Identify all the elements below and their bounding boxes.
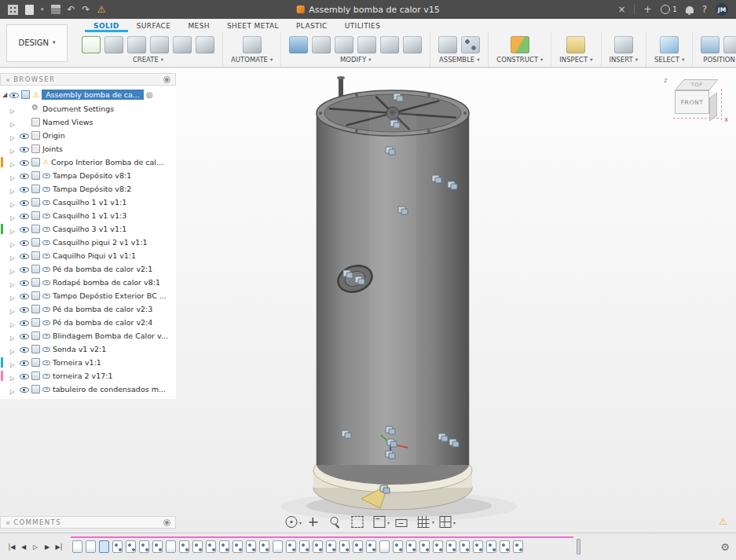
- browser-tree-item[interactable]: Casquilho 1 v1 v1:1: [0, 196, 176, 209]
- visibility-eye-icon[interactable]: [20, 145, 29, 153]
- tool-icon[interactable]: [150, 36, 169, 53]
- visibility-eye-icon[interactable]: [20, 372, 29, 380]
- tree-item-label[interactable]: Pé da bomba de calor v2:3: [53, 305, 152, 313]
- visibility-eye-icon[interactable]: [20, 238, 29, 247]
- document-warning-icon[interactable]: ⚠: [97, 5, 106, 14]
- timeline-feature-icon[interactable]: [326, 540, 336, 553]
- view-cube[interactable]: TOP FRONT Z X: [664, 78, 723, 126]
- timeline-feature-icon[interactable]: [219, 540, 229, 553]
- group-dropdown-label[interactable]: INSPECT: [559, 56, 592, 64]
- timeline-feature-icon[interactable]: [99, 540, 109, 553]
- browser-tree-item[interactable]: Casquilho 1 v1 v1:3: [0, 209, 176, 222]
- tool-icon[interactable]: [173, 36, 192, 53]
- visibility-eye-icon[interactable]: [20, 131, 29, 140]
- tree-item-label[interactable]: Tampo Depóstio Exterior BC ...: [53, 291, 167, 300]
- playback-control-button[interactable]: |◀: [6, 541, 17, 552]
- visibility-eye-icon[interactable]: [20, 198, 29, 207]
- tool-icon[interactable]: [196, 36, 214, 53]
- timeline-feature-icon[interactable]: [473, 540, 483, 553]
- timeline-feature-icon[interactable]: [166, 540, 176, 553]
- browser-tree-item[interactable]: Sonda v1 v2:1: [0, 342, 176, 356]
- tool-icon[interactable]: [438, 36, 457, 53]
- nav-tool-button[interactable]: [417, 516, 429, 528]
- root-label[interactable]: Assembly bomba de ca...: [42, 90, 144, 100]
- browser-tree-item[interactable]: Rodapé bomba de calor v8:1: [0, 276, 176, 289]
- timeline-feature-icon[interactable]: [86, 540, 96, 553]
- timeline-feature-icon[interactable]: [513, 540, 523, 553]
- tool-icon[interactable]: [511, 36, 529, 53]
- visibility-eye-icon[interactable]: [20, 171, 29, 180]
- tool-icon[interactable]: [312, 36, 331, 53]
- timeline-feature-icon[interactable]: [419, 540, 430, 553]
- canvas-warning-icon[interactable]: ⚠: [719, 516, 727, 527]
- toolbar-tab[interactable]: MESH: [179, 19, 218, 32]
- viewcube-top-face[interactable]: TOP: [675, 79, 719, 90]
- undo-icon[interactable]: ↶: [68, 5, 75, 14]
- browser-tree-item[interactable]: Joints: [0, 142, 176, 156]
- timeline-feature-icon[interactable]: [406, 540, 416, 553]
- playback-control-button[interactable]: ▶|: [53, 541, 64, 552]
- tree-item-label[interactable]: Casquilho 1 v1 v1:3: [53, 211, 126, 220]
- file-menu-caret-icon[interactable]: ▾: [41, 7, 44, 13]
- browser-tree-item[interactable]: Named Views: [0, 115, 176, 129]
- visibility-eye-icon[interactable]: [20, 278, 29, 287]
- tool-icon[interactable]: [104, 36, 123, 53]
- timeline-feature-icon[interactable]: [72, 540, 82, 553]
- timeline-feature-icon[interactable]: [206, 540, 216, 553]
- tool-icon[interactable]: [403, 36, 422, 53]
- comments-options-icon[interactable]: [163, 519, 170, 526]
- visibility-eye-icon[interactable]: [20, 225, 29, 233]
- browser-tree-item[interactable]: torneira 2 v17:1: [0, 369, 176, 382]
- visibility-eye-icon[interactable]: [20, 345, 29, 353]
- timeline-feature-icon[interactable]: [486, 540, 496, 553]
- tree-item-label[interactable]: Torneira v1:1: [53, 358, 101, 367]
- toolbar-tab[interactable]: SURFACE: [128, 19, 180, 32]
- browser-tree-item[interactable]: Casquilho piqui 2 v1 v1:1: [0, 236, 176, 249]
- timeline-feature-icon[interactable]: [259, 540, 269, 553]
- activate-component-icon[interactable]: ◎: [146, 90, 153, 99]
- root-expand-icon[interactable]: ◢: [2, 91, 7, 98]
- nav-tool-button[interactable]: [351, 516, 363, 528]
- tool-icon[interactable]: [127, 36, 146, 53]
- save-icon[interactable]: [51, 5, 60, 14]
- timeline-feature-icon[interactable]: [313, 540, 323, 553]
- redo-icon[interactable]: ↷: [82, 5, 90, 14]
- visibility-eye-icon[interactable]: [20, 358, 29, 367]
- extensions-plus-icon[interactable]: +: [643, 5, 651, 14]
- timeline-feature-icon[interactable]: [460, 540, 470, 553]
- browser-tree-item[interactable]: Pé da bomba de calor v2:1: [0, 262, 176, 276]
- timeline-feature-icon[interactable]: [286, 540, 296, 553]
- browser-tree-item[interactable]: Casquilho 3 v1 v1:1: [0, 222, 176, 236]
- file-menu-icon[interactable]: [25, 5, 34, 15]
- tool-icon[interactable]: [566, 36, 585, 53]
- playback-control-button[interactable]: ▷: [30, 541, 41, 552]
- visibility-eye-icon[interactable]: [20, 331, 29, 340]
- nav-tool-button[interactable]: [285, 516, 297, 528]
- timeline-feature-icon[interactable]: [152, 540, 163, 553]
- tool-icon[interactable]: [380, 36, 399, 53]
- browser-tree-item[interactable]: Blindagem Bomba de Calor v...: [0, 329, 176, 342]
- playback-control-button[interactable]: ◀: [18, 541, 29, 552]
- nav-tool-button[interactable]: [439, 516, 451, 528]
- root-visibility-eye-icon[interactable]: [9, 90, 19, 99]
- comments-collapse-icon[interactable]: «: [5, 518, 9, 527]
- tree-item-label[interactable]: torneira 2 v17:1: [53, 372, 113, 380]
- tool-icon[interactable]: [660, 36, 679, 53]
- timeline-feature-icon[interactable]: [126, 540, 136, 553]
- tree-item-label[interactable]: Corpo Interior Bomba de cal...: [51, 158, 163, 167]
- timeline-feature-icon[interactable]: [139, 540, 149, 553]
- tool-icon[interactable]: [614, 36, 633, 53]
- browser-root-item[interactable]: ◢ ⚠ Assembly bomba de ca... ◎: [0, 87, 176, 102]
- playback-control-button[interactable]: ▶: [42, 541, 53, 552]
- visibility-eye-icon[interactable]: [20, 318, 29, 327]
- toolbar-tab[interactable]: SOLID: [85, 19, 128, 32]
- tree-item-label[interactable]: Sonda v1 v2:1: [53, 345, 106, 353]
- timeline-end-handle[interactable]: [577, 539, 580, 555]
- group-dropdown-label[interactable]: MODIFY: [340, 56, 371, 64]
- group-dropdown-label[interactable]: INSERT: [610, 56, 638, 64]
- visibility-eye-icon[interactable]: [20, 251, 29, 260]
- close-document-icon[interactable]: ×: [617, 5, 625, 14]
- group-dropdown-label[interactable]: POSITION: [703, 56, 736, 64]
- tree-item-label[interactable]: tabuleiro de condensados m...: [53, 385, 166, 393]
- tree-item-label[interactable]: Pé da bomba de calor v2:1: [53, 265, 152, 273]
